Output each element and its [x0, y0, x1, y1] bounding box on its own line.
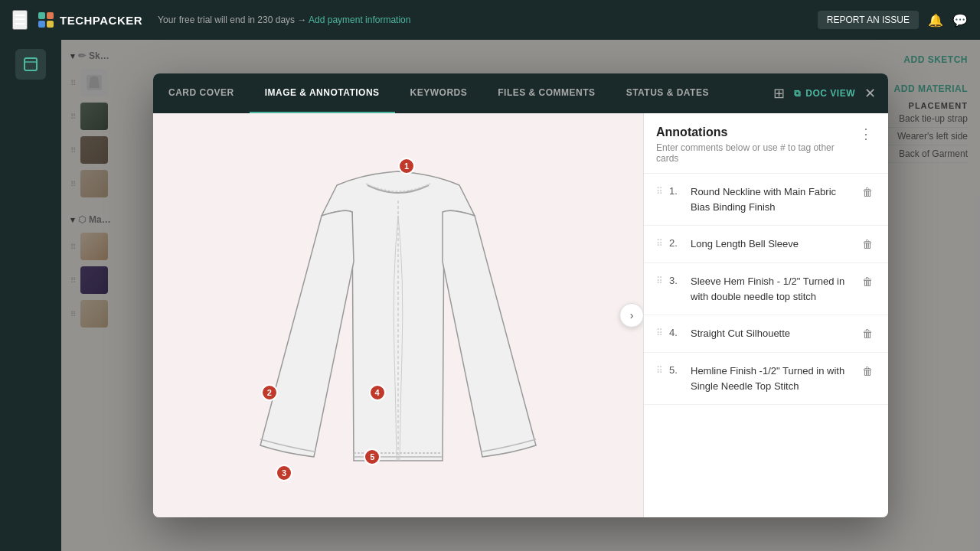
layout-icon[interactable]: ⊞: [770, 82, 788, 105]
delete-annotation-1[interactable]: 🗑: [859, 184, 876, 200]
modal: CARD COVER IMAGE & ANNOTATIONS KEYWORDS …: [153, 73, 888, 517]
modal-body: 1 2 3 4 5 ›: [153, 113, 888, 517]
annotation-text-1[interactable]: Round Neckline with Main Fabric Bias Bin…: [691, 184, 853, 214]
modal-actions: ⊞ ⧉ DOC VIEW ✕: [761, 82, 888, 105]
drag-handle-4: ⠿: [656, 328, 663, 338]
delete-annotation-5[interactable]: 🗑: [859, 364, 876, 379]
panel-header: Annotations Enter comments below or use …: [644, 113, 888, 174]
annotation-dot-4[interactable]: 4: [369, 384, 386, 401]
notification-icon[interactable]: 🔔: [928, 13, 943, 28]
annotation-number-2: 2.: [669, 237, 684, 249]
delete-annotation-3[interactable]: 🗑: [859, 274, 876, 289]
layers-icon: ⧉: [794, 88, 802, 99]
chat-icon[interactable]: 💬: [952, 13, 968, 28]
drag-handle-2: ⠿: [656, 238, 663, 249]
drag-handle-5: ⠿: [656, 365, 663, 376]
annotations-title: Annotations: [656, 126, 856, 139]
next-chevron-button[interactable]: ›: [619, 303, 643, 328]
top-bar: ☰ TECHPACKER Your free trial will end in…: [0, 0, 980, 40]
annotation-number-4: 4.: [669, 327, 684, 338]
delete-annotation-4[interactable]: 🗑: [859, 326, 876, 341]
top-bar-right: REPORT AN ISSUE 🔔 💬: [818, 11, 968, 29]
trial-link[interactable]: Add payment information: [309, 15, 410, 25]
logo-text: TECHPACKER: [60, 14, 142, 27]
annotations-list: ⠿ 1. Round Neckline with Main Fabric Bia…: [644, 174, 888, 517]
logo: TECHPACKER: [37, 11, 142, 29]
panel-header-row: Annotations Enter comments below or use …: [656, 126, 876, 164]
modal-overlay: CARD COVER IMAGE & ANNOTATIONS KEYWORDS …: [61, 40, 980, 551]
annotation-dot-2[interactable]: 2: [261, 384, 278, 401]
annotation-item-5: ⠿ 5. Hemline Finish -1/2" Turned in with…: [644, 353, 888, 405]
annotation-item-2: ⠿ 2. Long Length Bell Sleeve 🗑: [644, 226, 888, 263]
report-issue-button[interactable]: REPORT AN ISSUE: [818, 11, 919, 29]
annotation-item-1: ⠿ 1. Round Neckline with Main Fabric Bia…: [644, 174, 888, 226]
left-sidebar: [0, 40, 61, 551]
annotation-text-3[interactable]: Sleeve Hem Finish - 1/2" Turned in with …: [691, 274, 853, 304]
doc-view-button[interactable]: ⧉ DOC VIEW: [794, 88, 855, 99]
annotation-item-3: ⠿ 3. Sleeve Hem Finish - 1/2" Turned in …: [644, 263, 888, 315]
panel-menu-button[interactable]: ⋮: [856, 126, 876, 142]
drag-handle-3: ⠿: [656, 276, 663, 286]
svg-rect-3: [47, 21, 54, 28]
tab-image-annotations[interactable]: IMAGE & ANNOTATIONS: [250, 73, 395, 113]
main-content: ▾ ✏ Sk… ⠿ ⠿ ⠿ ⠿ ▾ ⬡: [61, 40, 980, 551]
modal-tabs: CARD COVER IMAGE & ANNOTATIONS KEYWORDS …: [153, 73, 888, 113]
tab-keywords[interactable]: KEYWORDS: [395, 73, 483, 113]
trial-text: Your free trial will end in 230 days → A…: [158, 15, 410, 25]
sidebar-item-cards[interactable]: [15, 49, 46, 80]
annotation-number-3: 3.: [669, 275, 684, 286]
annotations-panel: Annotations Enter comments below or use …: [643, 113, 888, 517]
annotation-text-4[interactable]: Straight Cut Silhouette: [691, 326, 853, 341]
drag-handle-1: ⠿: [656, 186, 663, 197]
annotation-number-1: 1.: [669, 185, 684, 197]
garment-illustration: [214, 124, 582, 507]
annotation-text-2[interactable]: Long Length Bell Sleeve: [691, 236, 853, 252]
delete-annotation-2[interactable]: 🗑: [859, 236, 876, 252]
svg-rect-2: [38, 21, 45, 28]
annotation-item-4: ⠿ 4. Straight Cut Silhouette 🗑: [644, 315, 888, 353]
logo-icon: [37, 11, 55, 29]
svg-rect-1: [47, 12, 54, 19]
close-modal-button[interactable]: ✕: [861, 82, 879, 105]
svg-rect-4: [24, 58, 37, 70]
tab-card-cover[interactable]: CARD COVER: [153, 73, 250, 113]
annotation-dot-1[interactable]: 1: [398, 158, 415, 174]
annotation-text-5[interactable]: Hemline Finish -1/2" Turned in with Sing…: [691, 364, 853, 393]
annotation-number-5: 5.: [669, 364, 684, 376]
cards-icon: [23, 57, 38, 72]
image-area: 1 2 3 4 5 ›: [153, 113, 643, 517]
tab-files-comments[interactable]: FILES & COMMENTS: [482, 73, 610, 113]
svg-rect-0: [38, 12, 45, 19]
annotations-subtitle: Enter comments below or use # to tag oth…: [656, 142, 856, 164]
menu-button[interactable]: ☰: [12, 10, 28, 30]
panel-title-area: Annotations Enter comments below or use …: [656, 126, 856, 164]
tab-status-dates[interactable]: STATUS & DATES: [611, 73, 724, 113]
